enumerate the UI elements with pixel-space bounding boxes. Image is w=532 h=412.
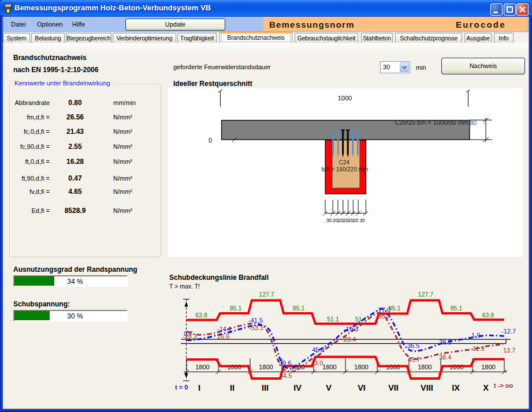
svg-text:51.1: 51.1 (327, 316, 339, 323)
svg-text:30: 30 (359, 218, 365, 223)
svg-text:C24: C24 (339, 159, 350, 166)
svg-text:-14.1: -14.1 (217, 325, 232, 332)
svg-text:X: X (483, 383, 489, 392)
svg-text:1800: 1800 (354, 364, 368, 370)
svg-text:11.9: 11.9 (473, 345, 485, 352)
svg-text:1800: 1800 (481, 364, 495, 370)
svg-text:39.6: 39.6 (279, 359, 291, 366)
svg-text:-53.1: -53.1 (249, 324, 263, 331)
svg-text:VIII: VIII (421, 383, 433, 392)
svg-text:127.7: 127.7 (418, 291, 433, 298)
svg-text:44.5: 44.5 (280, 372, 292, 379)
svg-text:VI: VI (358, 383, 366, 392)
svg-text:26.6: 26.6 (217, 333, 229, 340)
svg-text:t = 0: t = 0 (175, 384, 188, 391)
svg-text:-41.5: -41.5 (248, 317, 263, 324)
svg-text:1800: 1800 (259, 364, 273, 370)
svg-text:1800: 1800 (322, 364, 336, 370)
svg-text:t -> oo: t -> oo (494, 382, 514, 389)
svg-text:85.1: 85.1 (230, 305, 242, 312)
svg-text:V: V (326, 383, 332, 392)
svg-text:1800: 1800 (418, 364, 431, 370)
svg-text:IV: IV (293, 383, 302, 392)
svg-text:80: 80 (470, 119, 477, 126)
svg-text:13.7: 13.7 (503, 347, 515, 354)
svg-text:3.0: 3.0 (314, 359, 323, 366)
svg-text:23.4: 23.4 (344, 336, 356, 343)
svg-text:1000: 1000 (338, 95, 352, 102)
svg-text:45.8: 45.8 (312, 346, 324, 353)
svg-text:63.8: 63.8 (195, 312, 207, 319)
svg-text:-28.3: -28.3 (183, 333, 197, 340)
svg-text:63.8: 63.8 (482, 312, 494, 319)
svg-text:b/h = 160/220 mm: b/h = 160/220 mm (322, 166, 369, 173)
svg-text:51.1: 51.1 (355, 316, 367, 323)
svg-text:1.9: 1.9 (471, 332, 480, 339)
svg-text:36.5: 36.5 (407, 342, 419, 349)
svg-text:C20/25 b/h = 1000/80 mm: C20/25 b/h = 1000/80 mm (395, 119, 469, 126)
svg-text:II: II (230, 383, 235, 392)
svg-text:20: 20 (353, 218, 359, 223)
svg-text:127.7: 127.7 (259, 291, 274, 298)
svg-text:85.1: 85.1 (293, 305, 305, 312)
svg-text:III: III (262, 383, 269, 392)
svg-text:I: I (198, 383, 200, 392)
svg-text:-12.7: -12.7 (501, 328, 516, 335)
svg-text:1800: 1800 (195, 364, 209, 370)
svg-text:30: 30 (326, 218, 332, 223)
svg-text:38.4: 38.4 (439, 354, 451, 361)
svg-text:45.7: 45.7 (408, 356, 420, 363)
svg-text:IX: IX (452, 383, 460, 392)
svg-text:26.5: 26.5 (439, 339, 451, 346)
svg-text:VII: VII (388, 383, 399, 392)
svg-text:85.1: 85.1 (451, 305, 463, 312)
svg-text:0: 0 (209, 137, 212, 144)
svg-text:-19.3: -19.3 (344, 325, 358, 332)
svg-text:90.0: 90.0 (378, 313, 390, 320)
